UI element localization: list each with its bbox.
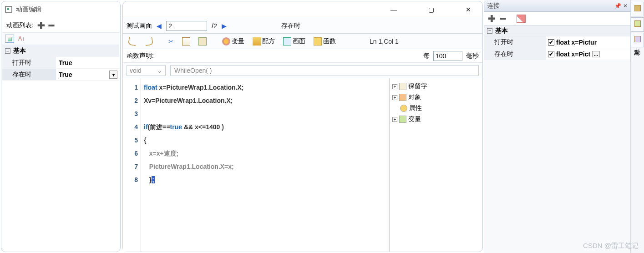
line-gutter: 12 34 56 78: [123, 78, 141, 252]
left-title: 动画编辑: [16, 5, 41, 14]
conn-row-exist[interactable]: 存在时 ✔float x=Pict…: [484, 48, 630, 60]
nav-event-label: 存在时: [281, 22, 300, 30]
browse-button[interactable]: …: [592, 51, 600, 57]
variable-button[interactable]: 变量: [220, 35, 246, 47]
function-button[interactable]: 函数: [312, 35, 338, 47]
right-title: 连接: [487, 2, 500, 10]
prop-name: 存在时: [12, 71, 31, 79]
checkbox-icon[interactable]: ✔: [548, 51, 554, 57]
cursor-position: Ln 1,Col 1: [342, 38, 399, 45]
editor-titlebar: — ▢ ✕: [123, 1, 482, 18]
chevron-down-icon: ⌄: [157, 67, 162, 74]
animation-edit-window: 动画编辑 动画列表: ✚ ━ ▤ A↓ − 基本 打开时 True 存在时: [1, 1, 121, 252]
func-decl-label: 函数声明:: [127, 52, 154, 60]
tab-content[interactable]: 内容: [631, 17, 644, 32]
add-icon[interactable]: ✚: [488, 13, 496, 24]
maximize-button[interactable]: ▢: [421, 2, 441, 17]
left-titlebar: 动画编辑: [1, 1, 120, 18]
paste-button[interactable]: [197, 35, 208, 47]
tree-properties[interactable]: 属性: [392, 103, 480, 114]
right-category[interactable]: − 基本: [484, 25, 630, 36]
redo-button[interactable]: [143, 35, 155, 47]
every-label: 每: [423, 52, 430, 60]
prop-row-exist[interactable]: 存在时 True ▾: [2, 69, 119, 81]
tree-variables[interactable]: +变量: [392, 114, 480, 125]
return-type-select[interactable]: void⌄: [127, 65, 166, 76]
minimize-button[interactable]: —: [384, 2, 403, 17]
pin-icon[interactable]: 📌: [614, 3, 621, 9]
category-label: 基本: [13, 47, 26, 55]
connection-panel: 连接 📌 ✕ ✚ ━ − 基本 打开时 ✔float x=Pictur 存在时 …: [484, 0, 630, 253]
screen-button[interactable]: 画面: [281, 35, 307, 47]
nav-label: 测试画面: [127, 22, 152, 30]
collapse-icon[interactable]: −: [5, 48, 10, 54]
dropdown-icon[interactable]: ▾: [109, 71, 117, 79]
recipe-button[interactable]: 配方: [251, 35, 277, 47]
conn-row-open[interactable]: 打开时 ✔float x=Pictur: [484, 36, 630, 48]
left-category[interactable]: − 基本: [2, 45, 119, 57]
app-icon: [5, 6, 12, 13]
close-button[interactable]: ✕: [459, 2, 478, 17]
tab-object[interactable]: 对象: [631, 33, 644, 47]
sort-az-icon[interactable]: A↓: [17, 35, 26, 43]
prop-row-open[interactable]: 打开时 True: [2, 57, 119, 69]
function-name-field[interactable]: WhileOpen( ): [170, 65, 479, 76]
editor-window: — ▢ ✕ 测试画面 ◀ /2 ▶ 存在时 ✂ 变量 配方 画面 函数 Ln 1…: [122, 1, 483, 252]
chart-icon[interactable]: [517, 15, 526, 23]
right-header: 连接 📌 ✕: [484, 0, 630, 12]
cut-button[interactable]: ✂: [167, 35, 176, 47]
page-nav: 测试画面 ◀ /2 ▶ 存在时: [123, 18, 482, 33]
ms-unit: 毫秒: [466, 52, 479, 60]
anim-list-label: 动画列表:: [6, 21, 34, 30]
page-total: /2: [212, 22, 217, 30]
prev-page-icon[interactable]: ◀: [157, 22, 162, 30]
code-editor[interactable]: 12 34 56 78 float x=PictureWrap1.Locatio…: [123, 78, 390, 252]
right-toolbar: ✚ ━: [484, 12, 630, 25]
prop-name: 打开时: [12, 59, 31, 67]
editor-toolbar: ✂ 变量 配方 画面 函数 Ln 1,Col 1: [123, 33, 482, 49]
side-tabs: 连接 内容 对象: [630, 0, 644, 253]
anim-list-row: 动画列表: ✚ ━: [2, 19, 119, 32]
copy-button[interactable]: [180, 35, 192, 47]
remove-icon[interactable]: ━: [500, 13, 506, 24]
tab-connection[interactable]: 连接: [631, 2, 644, 16]
left-toolbar: ▤ A↓: [2, 32, 119, 45]
page-input[interactable]: [166, 21, 207, 31]
undo-button[interactable]: [127, 35, 138, 47]
checkbox-icon[interactable]: ✔: [548, 39, 554, 46]
categorize-icon[interactable]: ▤: [5, 35, 14, 43]
prop-value: True: [59, 59, 72, 66]
remove-icon[interactable]: ━: [49, 20, 54, 31]
interval-input[interactable]: [433, 51, 462, 61]
tree-objects[interactable]: +对象: [392, 92, 480, 103]
tree-keywords[interactable]: +保留字: [392, 81, 480, 92]
symbol-tree: +保留字 +对象 属性 +变量: [390, 78, 482, 252]
collapse-icon[interactable]: −: [487, 28, 492, 34]
next-page-icon[interactable]: ▶: [222, 22, 227, 30]
close-icon[interactable]: ✕: [623, 3, 628, 9]
add-icon[interactable]: ✚: [37, 20, 45, 31]
text-cursor: ;: [152, 176, 155, 183]
signature-row: void⌄ WhileOpen( ): [123, 62, 482, 78]
func-decl-row: 函数声明: 每 毫秒: [123, 49, 482, 62]
watermark: CSDN @雷工笔记: [583, 242, 639, 250]
prop-value: True: [59, 71, 72, 78]
code-body[interactable]: float x=PictureWrap1.Location.X; Xv=Pict…: [141, 78, 390, 252]
